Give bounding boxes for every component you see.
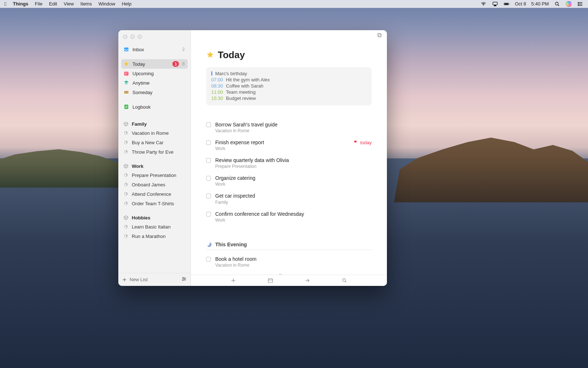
star-icon <box>206 51 214 59</box>
svg-point-5 <box>555 2 558 5</box>
move-button[interactable] <box>304 277 311 284</box>
sidebar-project[interactable]: Throw Party for Eve <box>121 147 188 157</box>
window-minimize-button[interactable] <box>130 35 135 39</box>
macos-menubar:  Things File Edit View Items Window Hel… <box>0 0 588 8</box>
svg-point-41 <box>182 280 183 281</box>
schedule-button[interactable] <box>267 277 274 284</box>
window-menu[interactable]: Window <box>95 0 118 8</box>
apple-menu-icon[interactable]:  <box>4 1 9 7</box>
todo-checkbox[interactable] <box>206 140 211 145</box>
sidebar-project[interactable]: Prepare Presentation <box>121 170 188 180</box>
notification-center-icon[interactable] <box>577 1 584 7</box>
todo-checkbox[interactable] <box>206 176 211 181</box>
calendar-event: 11:00Team meeting <box>211 89 367 95</box>
svg-rect-19 <box>124 91 128 92</box>
plus-icon <box>122 277 127 282</box>
sidebar-project[interactable]: Buy a New Car <box>121 138 188 147</box>
wifi-icon[interactable] <box>480 1 487 7</box>
file-menu[interactable]: File <box>32 0 46 8</box>
sidebar-project[interactable]: Attend Conference <box>121 189 188 199</box>
sidebar-project[interactable]: Run a Marathon <box>121 231 188 241</box>
sidebar-item-upcoming[interactable]: Upcoming <box>121 69 188 78</box>
sidebar-item-today[interactable]: Today 1 8 <box>121 59 188 69</box>
sidebar-area-label: Work <box>132 163 143 169</box>
calendar-event-time: 08:30 <box>211 83 223 89</box>
new-list-button[interactable]: New List <box>122 277 178 282</box>
siri-icon[interactable] <box>565 1 572 7</box>
sidebar-project-label: Attend Conference <box>132 191 185 197</box>
sidebar-item-label: Anytime <box>132 80 185 86</box>
calendar-event-text: Budget review <box>226 96 256 101</box>
battery-icon[interactable] <box>503 1 510 7</box>
view-menu[interactable]: View <box>60 0 77 8</box>
plus-icon <box>230 278 236 283</box>
todo-project: Family <box>215 200 372 205</box>
search-button[interactable] <box>341 277 348 284</box>
flag-icon <box>353 140 358 145</box>
sidebar-project[interactable]: Onboard James <box>121 180 188 189</box>
svg-rect-20 <box>126 93 127 93</box>
things-window: Inbox 2 Today 1 8 Upcoming Anytime <box>118 30 387 286</box>
new-todo-button[interactable] <box>230 277 237 284</box>
todo-title: Finish expense report <box>215 139 372 146</box>
sidebar-area-header[interactable]: Family <box>121 120 188 128</box>
svg-point-10 <box>578 2 578 3</box>
svg-rect-3 <box>504 3 508 4</box>
todo-title: Confirm conference call for Wednesday <box>215 211 372 217</box>
sidebar-item-anytime[interactable]: Anytime <box>121 78 188 88</box>
todo-row[interactable]: Book a hotel roomVacation in Rome <box>206 253 372 271</box>
search-icon <box>342 278 347 283</box>
sidebar-project-label: Onboard James <box>132 182 185 187</box>
menubar-date[interactable]: Oct 8 <box>515 0 526 8</box>
todo-row[interactable]: Confirm conference call for WednesdayWor… <box>206 208 372 226</box>
sidebar-item-inbox[interactable]: Inbox 2 <box>121 45 188 54</box>
svg-point-11 <box>578 4 578 4</box>
app-menu[interactable]: Things <box>9 0 32 8</box>
sidebar-item-logbook[interactable]: Logbook <box>121 102 188 112</box>
svg-line-6 <box>558 5 559 6</box>
spotlight-icon[interactable] <box>554 1 560 7</box>
items-menu[interactable]: Items <box>77 0 95 8</box>
window-zoom-button[interactable] <box>138 35 142 39</box>
todo-row[interactable]: Finish expense reportWorktoday <box>206 136 372 154</box>
todo-checkbox[interactable] <box>206 212 211 217</box>
sidebar-item-label: Someday <box>132 90 185 95</box>
sidebar-project[interactable]: Order Team T-Shirts <box>121 199 188 208</box>
wallpaper-island-right <box>394 129 588 203</box>
new-window-button[interactable] <box>377 32 383 39</box>
help-menu[interactable]: Help <box>118 0 135 8</box>
sidebar-area-header[interactable]: Work <box>121 162 188 170</box>
airplay-icon[interactable] <box>492 1 498 7</box>
svg-rect-16 <box>125 74 126 74</box>
project-circle-icon <box>123 149 128 154</box>
project-circle-icon <box>123 224 128 229</box>
todo-row[interactable]: Read article about nutritionRun a Marath… <box>206 271 372 275</box>
todo-checkbox[interactable] <box>206 257 211 262</box>
project-circle-icon <box>123 173 128 178</box>
project-circle-icon <box>123 130 128 136</box>
calendar-event-time: 11:00 <box>211 89 223 95</box>
todo-row[interactable]: Get car inspectedFamily <box>206 190 372 207</box>
menubar-time[interactable]: 5:40 PM <box>531 0 549 8</box>
sidebar-project[interactable]: Learn Basic Italian <box>121 222 188 231</box>
todo-row[interactable]: Borrow Sarah's travel guideVacation in R… <box>206 118 372 136</box>
todo-checkbox[interactable] <box>206 194 211 198</box>
todo-checkbox[interactable] <box>206 122 211 127</box>
sidebar-item-someday[interactable]: Someday <box>121 88 188 97</box>
window-close-button[interactable] <box>123 35 127 39</box>
svg-rect-15 <box>124 72 128 73</box>
todo-row[interactable]: Organize cateringWork <box>206 172 372 190</box>
page-title: Today <box>218 49 245 61</box>
todo-row[interactable]: Review quarterly data with OliviaPrepare… <box>206 154 372 172</box>
calendar-event-time: 07:00 <box>211 77 223 82</box>
settings-button[interactable] <box>181 276 187 283</box>
project-circle-icon <box>123 191 128 197</box>
sidebar-project-label: Throw Party for Eve <box>132 149 185 155</box>
todo-checkbox[interactable] <box>206 158 211 163</box>
sidebar-area-header[interactable]: Hobbies <box>121 213 188 222</box>
todo-title: Read article about nutrition <box>215 274 372 275</box>
popout-icon <box>377 32 383 38</box>
sidebar-project[interactable]: Vacation in Rome <box>121 128 188 138</box>
svg-point-37 <box>183 277 184 278</box>
edit-menu[interactable]: Edit <box>46 0 60 8</box>
